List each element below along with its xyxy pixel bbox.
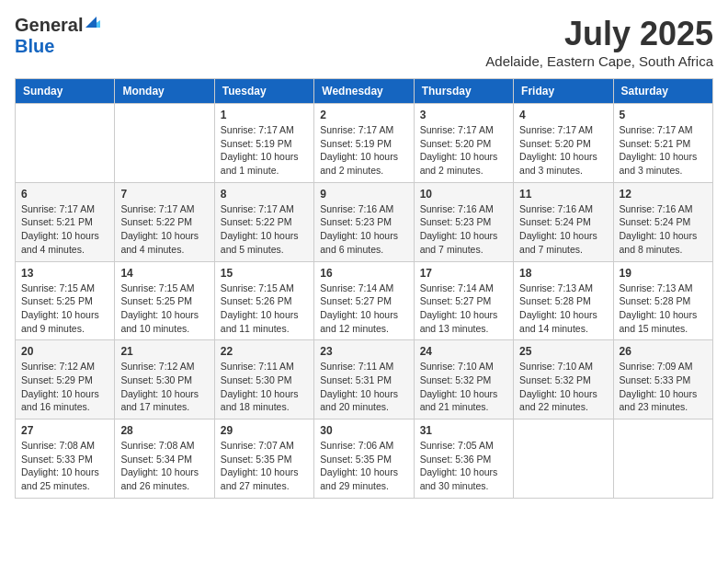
- col-monday: Monday: [115, 79, 214, 104]
- table-row: 23Sunrise: 7:11 AMSunset: 5:31 PMDayligh…: [314, 340, 414, 419]
- day-info: Sunrise: 7:17 AMSunset: 5:21 PMDaylight:…: [620, 123, 707, 178]
- day-info: Sunrise: 7:11 AMSunset: 5:31 PMDaylight:…: [320, 360, 407, 414]
- day-number: 13: [21, 267, 108, 280]
- day-info: Sunrise: 7:15 AMSunset: 5:25 PMDaylight:…: [120, 282, 208, 336]
- col-tuesday: Tuesday: [214, 79, 313, 104]
- table-row: 21Sunrise: 7:12 AMSunset: 5:30 PMDayligh…: [115, 340, 214, 419]
- day-info: Sunrise: 7:14 AMSunset: 5:27 PMDaylight:…: [420, 282, 507, 336]
- table-row: 3Sunrise: 7:17 AMSunset: 5:20 PMDaylight…: [414, 104, 513, 183]
- col-thursday: Thursday: [414, 79, 513, 104]
- table-row: 17Sunrise: 7:14 AMSunset: 5:27 PMDayligh…: [414, 261, 513, 340]
- col-sunday: Sunday: [16, 79, 115, 104]
- day-number: 2: [320, 109, 407, 121]
- table-row: 4Sunrise: 7:17 AMSunset: 5:20 PMDaylight…: [514, 104, 613, 183]
- day-info: Sunrise: 7:17 AMSunset: 5:19 PMDaylight:…: [320, 123, 407, 178]
- day-number: 18: [519, 267, 607, 280]
- table-row: 9Sunrise: 7:16 AMSunset: 5:23 PMDaylight…: [314, 182, 414, 261]
- day-info: Sunrise: 7:06 AMSunset: 5:35 PMDaylight:…: [320, 439, 407, 493]
- table-row: 26Sunrise: 7:09 AMSunset: 5:33 PMDayligh…: [613, 340, 712, 419]
- day-number: 17: [420, 267, 507, 280]
- day-info: Sunrise: 7:17 AMSunset: 5:20 PMDaylight:…: [519, 123, 607, 178]
- day-info: Sunrise: 7:05 AMSunset: 5:36 PMDaylight:…: [420, 439, 507, 493]
- day-info: Sunrise: 7:17 AMSunset: 5:22 PMDaylight:…: [221, 202, 308, 257]
- day-number: 26: [620, 345, 707, 358]
- day-info: Sunrise: 7:16 AMSunset: 5:23 PMDaylight:…: [420, 202, 507, 257]
- day-info: Sunrise: 7:17 AMSunset: 5:19 PMDaylight:…: [221, 123, 308, 178]
- table-row: 8Sunrise: 7:17 AMSunset: 5:22 PMDaylight…: [214, 182, 313, 261]
- day-info: Sunrise: 7:11 AMSunset: 5:30 PMDaylight:…: [221, 360, 308, 414]
- day-info: Sunrise: 7:17 AMSunset: 5:21 PMDaylight:…: [21, 202, 108, 257]
- calendar-week-row: 20Sunrise: 7:12 AMSunset: 5:29 PMDayligh…: [16, 340, 713, 419]
- calendar-header-row: Sunday Monday Tuesday Wednesday Thursday…: [16, 79, 713, 104]
- table-row: 5Sunrise: 7:17 AMSunset: 5:21 PMDaylight…: [613, 104, 712, 183]
- day-number: 25: [519, 345, 607, 358]
- day-number: 29: [221, 424, 308, 437]
- table-row: 16Sunrise: 7:14 AMSunset: 5:27 PMDayligh…: [314, 261, 414, 340]
- table-row: 22Sunrise: 7:11 AMSunset: 5:30 PMDayligh…: [214, 340, 313, 419]
- table-row: 31Sunrise: 7:05 AMSunset: 5:36 PMDayligh…: [414, 419, 513, 499]
- day-number: 31: [420, 424, 507, 437]
- day-info: Sunrise: 7:13 AMSunset: 5:28 PMDaylight:…: [620, 282, 707, 336]
- table-row: 20Sunrise: 7:12 AMSunset: 5:29 PMDayligh…: [16, 340, 115, 419]
- logo-general-text: General: [15, 15, 83, 36]
- day-number: 1: [221, 109, 308, 121]
- table-row: 29Sunrise: 7:07 AMSunset: 5:35 PMDayligh…: [214, 419, 313, 499]
- day-number: 12: [620, 188, 707, 201]
- table-row: 15Sunrise: 7:15 AMSunset: 5:26 PMDayligh…: [214, 261, 313, 340]
- day-number: 5: [620, 109, 707, 121]
- table-row: 6Sunrise: 7:17 AMSunset: 5:21 PMDaylight…: [16, 182, 115, 261]
- col-saturday: Saturday: [613, 79, 712, 104]
- day-info: Sunrise: 7:07 AMSunset: 5:35 PMDaylight:…: [221, 439, 308, 493]
- day-number: 22: [221, 345, 308, 358]
- table-row: 14Sunrise: 7:15 AMSunset: 5:25 PMDayligh…: [115, 261, 214, 340]
- table-row: 11Sunrise: 7:16 AMSunset: 5:24 PMDayligh…: [514, 182, 613, 261]
- day-number: 23: [320, 345, 407, 358]
- svg-marker-1: [85, 17, 97, 28]
- location-subtitle: Adelaide, Eastern Cape, South Africa: [485, 53, 713, 69]
- table-row: 28Sunrise: 7:08 AMSunset: 5:34 PMDayligh…: [115, 419, 214, 499]
- day-info: Sunrise: 7:16 AMSunset: 5:24 PMDaylight:…: [620, 202, 707, 257]
- table-row: 19Sunrise: 7:13 AMSunset: 5:28 PMDayligh…: [613, 261, 712, 340]
- day-number: 27: [21, 424, 108, 437]
- table-row: 25Sunrise: 7:10 AMSunset: 5:32 PMDayligh…: [514, 340, 613, 419]
- col-wednesday: Wednesday: [314, 79, 414, 104]
- title-block: July 2025 Adelaide, Eastern Cape, South …: [485, 15, 713, 69]
- table-row: [16, 104, 115, 183]
- calendar-week-row: 27Sunrise: 7:08 AMSunset: 5:33 PMDayligh…: [16, 419, 713, 499]
- day-number: 6: [21, 188, 108, 201]
- day-info: Sunrise: 7:15 AMSunset: 5:25 PMDaylight:…: [21, 282, 108, 336]
- day-info: Sunrise: 7:09 AMSunset: 5:33 PMDaylight:…: [620, 360, 707, 414]
- table-row: 1Sunrise: 7:17 AMSunset: 5:19 PMDaylight…: [214, 104, 313, 183]
- calendar-week-row: 6Sunrise: 7:17 AMSunset: 5:21 PMDaylight…: [16, 182, 713, 261]
- day-info: Sunrise: 7:10 AMSunset: 5:32 PMDaylight:…: [519, 360, 607, 414]
- day-number: 24: [420, 345, 507, 358]
- table-row: 2Sunrise: 7:17 AMSunset: 5:19 PMDaylight…: [314, 104, 414, 183]
- logo-blue-text: Blue: [15, 36, 54, 56]
- day-info: Sunrise: 7:12 AMSunset: 5:30 PMDaylight:…: [120, 360, 208, 414]
- calendar-table: Sunday Monday Tuesday Wednesday Thursday…: [15, 78, 713, 499]
- day-info: Sunrise: 7:16 AMSunset: 5:24 PMDaylight:…: [519, 202, 607, 257]
- calendar-week-row: 13Sunrise: 7:15 AMSunset: 5:25 PMDayligh…: [16, 261, 713, 340]
- day-number: 10: [420, 188, 507, 201]
- day-number: 8: [221, 188, 308, 201]
- day-info: Sunrise: 7:17 AMSunset: 5:20 PMDaylight:…: [420, 123, 507, 178]
- table-row: 12Sunrise: 7:16 AMSunset: 5:24 PMDayligh…: [613, 182, 712, 261]
- day-info: Sunrise: 7:08 AMSunset: 5:34 PMDaylight:…: [120, 439, 208, 493]
- month-year-title: July 2025: [485, 15, 713, 53]
- table-row: 7Sunrise: 7:17 AMSunset: 5:22 PMDaylight…: [115, 182, 214, 261]
- day-number: 14: [120, 267, 208, 280]
- day-number: 3: [420, 109, 507, 121]
- day-number: 7: [120, 188, 208, 201]
- day-number: 20: [21, 345, 108, 358]
- day-info: Sunrise: 7:13 AMSunset: 5:28 PMDaylight:…: [519, 282, 607, 336]
- day-number: 11: [519, 188, 607, 201]
- table-row: [613, 419, 712, 499]
- day-number: 28: [120, 424, 208, 437]
- page-header: General Blue July 2025 Adelaide, Eastern…: [15, 15, 713, 69]
- day-number: 21: [120, 345, 208, 358]
- day-number: 15: [221, 267, 308, 280]
- table-row: [115, 104, 214, 183]
- table-row: 10Sunrise: 7:16 AMSunset: 5:23 PMDayligh…: [414, 182, 513, 261]
- day-info: Sunrise: 7:14 AMSunset: 5:27 PMDaylight:…: [320, 282, 407, 336]
- table-row: 18Sunrise: 7:13 AMSunset: 5:28 PMDayligh…: [514, 261, 613, 340]
